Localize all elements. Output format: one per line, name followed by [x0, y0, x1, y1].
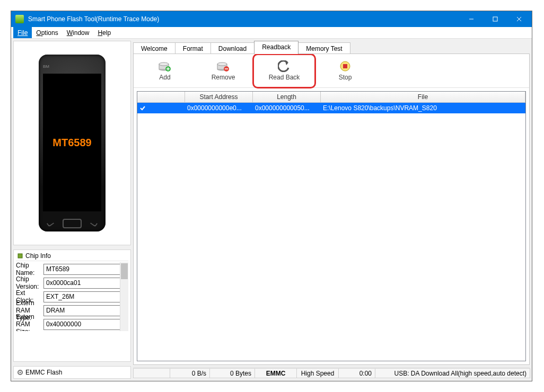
chip-value-input[interactable]	[43, 278, 128, 289]
row-checkbox[interactable]	[139, 105, 146, 111]
chip-value-input[interactable]	[43, 264, 128, 275]
chip-info-panel: Chip Info Chip Name:Chip Version:Ext Clo…	[13, 250, 131, 362]
close-button[interactable]	[507, 11, 531, 27]
cell-file: E:\Lenovo S820\backups\NVRAM_S820	[321, 104, 525, 112]
emmc-title: EMMC Flash	[25, 369, 62, 376]
svg-point-6	[20, 372, 21, 373]
status-time: 0:00	[338, 368, 375, 378]
chip-row: Extern RAM Size:	[16, 317, 128, 331]
remove-button[interactable]: Remove	[194, 56, 252, 86]
chip-value-input[interactable]	[43, 319, 128, 330]
cell-length: 0x000000000050...	[253, 104, 321, 112]
menubar: File Options Window Help	[11, 27, 532, 39]
chip-label: Chip Name:	[16, 262, 42, 277]
menu-options[interactable]: Options	[32, 27, 62, 38]
chip-label: Chip Version:	[16, 275, 42, 290]
add-button[interactable]: Add	[136, 56, 194, 86]
tab-memory-test[interactable]: Memory Test	[298, 42, 350, 54]
chip-row: Chip Version:	[16, 276, 128, 290]
svg-rect-1	[493, 17, 497, 21]
minimize-button[interactable]	[459, 11, 483, 27]
status-empty	[133, 368, 170, 378]
phone-home-key	[63, 219, 82, 228]
chip-label: Extern RAM Size:	[16, 313, 42, 331]
status-bytes: 0 Bytes	[209, 368, 255, 378]
titlebar: Smart Phone Flash Tool(Runtime Trace Mod…	[11, 11, 532, 27]
cell-start: 0x0000000000e0...	[185, 104, 253, 112]
chip-row: Chip Name:	[16, 262, 128, 276]
svg-point-9	[159, 63, 169, 66]
status-usb: USB: DA Download All(high speed,auto det…	[375, 368, 530, 378]
phone-menu-key	[90, 220, 98, 227]
menu-help[interactable]: Help	[93, 27, 115, 38]
chip-info-title: Chip Info	[25, 252, 51, 260]
status-storage: EMMC	[255, 368, 297, 378]
status-mode: High Speed	[296, 368, 339, 378]
emmc-flash-panel: EMMC Flash	[13, 366, 131, 379]
menu-file[interactable]: File	[13, 27, 32, 38]
gear-icon	[17, 369, 23, 376]
col-file[interactable]: File	[321, 92, 525, 103]
tabbar: WelcomeFormatDownloadReadbackMemory Test	[133, 41, 530, 54]
chipinfo-scrollbar[interactable]	[120, 262, 128, 331]
readback-table: Start Address Length File 0x0000000000e0…	[137, 91, 526, 361]
readback-button[interactable]: Read Back	[255, 56, 313, 86]
tab-download[interactable]: Download	[210, 42, 255, 54]
phone-chip-label: MT6589	[52, 137, 91, 149]
svg-point-13	[217, 63, 227, 66]
chip-value-input[interactable]	[43, 291, 128, 302]
svg-rect-16	[343, 64, 347, 68]
phone-brand: BM	[43, 64, 49, 69]
phone-preview: BM MT6589	[13, 41, 131, 245]
toolbar: Add Remove Read Back Stop	[134, 54, 529, 88]
table-row[interactable]: 0x0000000000e0...0x000000000050...E:\Len…	[137, 103, 525, 113]
chip-icon	[17, 253, 23, 259]
menu-window[interactable]: Window	[63, 27, 94, 38]
window-title: Smart Phone Flash Tool(Runtime Trace Mod…	[28, 15, 459, 23]
readback-highlight: Read Back	[252, 54, 316, 88]
maximize-button[interactable]	[483, 11, 507, 27]
col-length[interactable]: Length	[253, 92, 321, 103]
svg-rect-4	[18, 254, 22, 258]
col-checkbox[interactable]	[137, 92, 185, 103]
tab-welcome[interactable]: Welcome	[133, 42, 176, 54]
tab-format[interactable]: Format	[175, 42, 211, 54]
stop-button[interactable]: Stop	[316, 56, 374, 86]
phone-back-key	[47, 220, 54, 227]
col-start-address[interactable]: Start Address	[185, 92, 253, 103]
statusbar: 0 B/s 0 Bytes EMMC High Speed 0:00 USB: …	[133, 367, 530, 379]
status-speed: 0 B/s	[170, 368, 210, 378]
tab-readback[interactable]: Readback	[254, 41, 299, 54]
chip-value-input[interactable]	[43, 305, 128, 316]
app-icon	[15, 15, 24, 23]
